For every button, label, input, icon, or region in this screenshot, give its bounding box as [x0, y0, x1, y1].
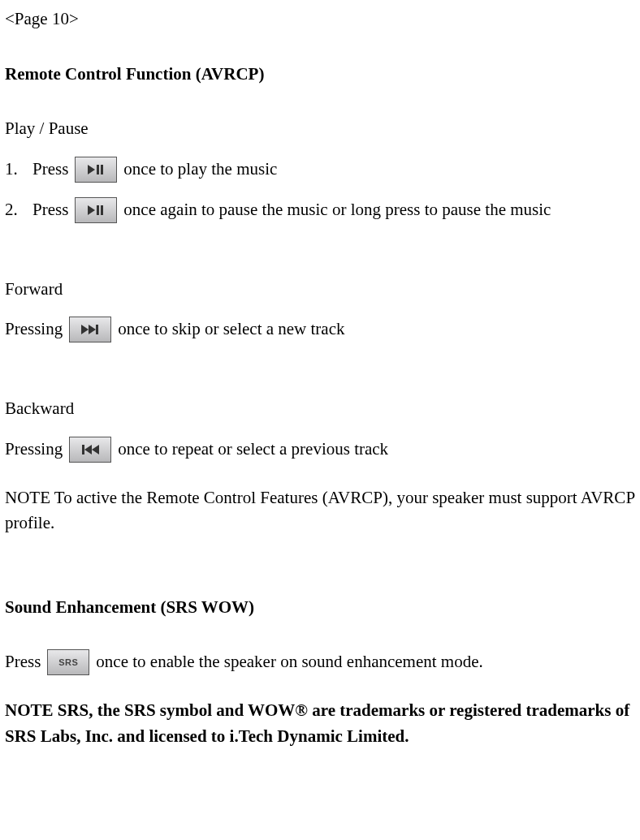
svg-rect-5	[101, 205, 103, 215]
page-tag: <Page 10>	[5, 6, 635, 32]
forward-icon	[69, 317, 111, 342]
svg-rect-2	[101, 165, 103, 174]
srs-label: SRS	[58, 656, 78, 670]
play-pause-icon	[75, 197, 117, 223]
backward-title: Backward	[5, 396, 635, 422]
svg-rect-4	[97, 205, 99, 215]
text-before: Press	[32, 157, 68, 183]
svg-rect-9	[82, 445, 84, 454]
svg-rect-1	[97, 165, 99, 174]
svg-marker-7	[89, 325, 96, 334]
svg-marker-10	[84, 445, 92, 454]
srs-line: Press SRS once to enable the speaker on …	[5, 649, 635, 675]
backward-icon	[69, 437, 111, 463]
play-pause-title: Play / Pause	[5, 116, 635, 142]
text-after: once to skip or select a new track	[118, 317, 344, 342]
list-number: 2.	[5, 197, 32, 223]
avrcp-note: NOTE To active the Remote Control Featur…	[5, 485, 635, 536]
list-number: 1.	[5, 157, 32, 183]
svg-marker-11	[92, 445, 99, 454]
srs-note: NOTE SRS, the SRS symbol and WOW® are tr…	[5, 698, 635, 749]
text-after: once to play the music	[123, 157, 277, 183]
section-heading-srs: Sound Enhancement (SRS WOW)	[5, 595, 635, 621]
text-after: once to enable the speaker on sound enha…	[96, 649, 482, 675]
section-heading-avrcp: Remote Control Function (AVRCP)	[5, 62, 635, 88]
svg-marker-6	[81, 325, 89, 334]
text-after: once again to pause the music or long pr…	[123, 197, 551, 223]
text-before: Pressing	[5, 437, 63, 463]
play-pause-item-2: 2. Press once again to pause the music o…	[5, 197, 635, 223]
svg-marker-0	[88, 165, 95, 174]
srs-icon: SRS	[47, 649, 89, 675]
svg-rect-8	[96, 325, 98, 334]
text-before: Press	[32, 197, 68, 223]
text-before: Press	[5, 649, 41, 675]
text-after: once to repeat or select a previous trac…	[118, 437, 388, 463]
play-pause-item-1: 1. Press once to play the music	[5, 157, 635, 183]
text-before: Pressing	[5, 317, 63, 342]
play-pause-icon	[75, 157, 117, 183]
forward-title: Forward	[5, 277, 635, 303]
backward-line: Pressing once to repeat or select a prev…	[5, 437, 635, 463]
svg-marker-3	[88, 205, 95, 215]
forward-line: Pressing once to skip or select a new tr…	[5, 317, 635, 342]
